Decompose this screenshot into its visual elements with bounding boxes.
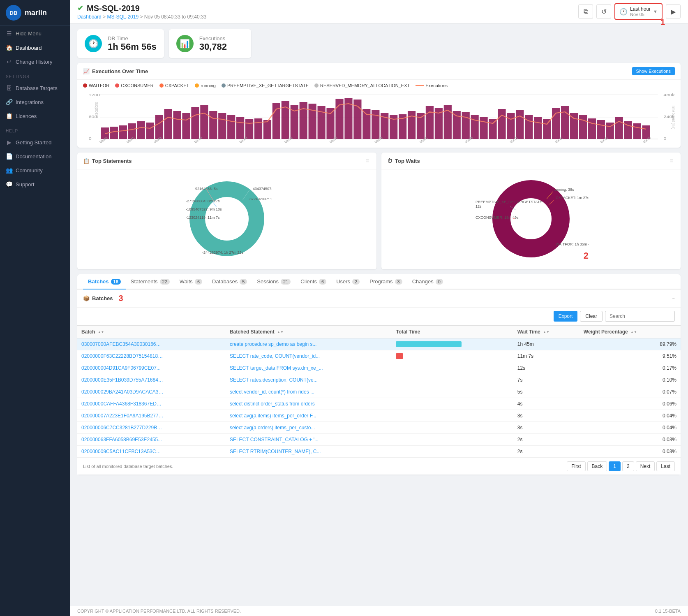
- statement-link[interactable]: SELECT CONSTRAINT_CATALOG + '...: [230, 437, 328, 442]
- statement-link[interactable]: select vendor_id, count(*) from rides ..…: [230, 389, 328, 395]
- last-page-button[interactable]: Last: [656, 461, 675, 471]
- top-waits-content: running: 38s CXPACKET: 1m 27s PREEMPTIVE…: [381, 169, 681, 269]
- chevron-down-icon: ▼: [653, 9, 658, 14]
- batch-id-cell: 020000009C5AC11CFBC13A53CF76...: [77, 446, 226, 458]
- legend-cxpacket: CXPACKET: [159, 83, 189, 88]
- statement-link[interactable]: select distinct order_status from orders: [230, 401, 328, 407]
- legend-cxconsumer: CXCONSUMER: [115, 83, 153, 88]
- page-1-button[interactable]: 1: [609, 461, 621, 471]
- svg-rect-31: [282, 101, 289, 139]
- batch-sort-icon[interactable]: ▲▼: [98, 331, 104, 334]
- batch-link[interactable]: 02000000CAFFA4368F318367ED1DA...: [81, 401, 164, 407]
- statement-sort-icon[interactable]: ▲▼: [277, 331, 284, 334]
- top-statements-header: 📋 Top Statements ≡: [77, 153, 376, 169]
- statement-link[interactable]: SELECT target_data FROM sys.dm_xe_...: [230, 365, 328, 371]
- db-marlin-logo: DB: [6, 5, 21, 21]
- tab-changes[interactable]: Changes 0: [407, 274, 448, 289]
- tab-sessions[interactable]: Sessions 21: [252, 274, 296, 289]
- time-label: Last hour: [630, 6, 651, 12]
- sidebar-item-database-targets[interactable]: 🗄 Database Targets: [0, 81, 70, 95]
- table-row[interactable]: 030007000AFEBC354A30030166AC... create p…: [77, 338, 681, 350]
- sidebar-item-integrations[interactable]: 🔗 Integrations: [0, 95, 70, 109]
- first-page-button[interactable]: First: [567, 461, 585, 471]
- hide-menu-button[interactable]: ☰ Hide Menu: [0, 26, 70, 41]
- export-button[interactable]: Export: [554, 311, 578, 322]
- batch-link[interactable]: 020000009C5AC11CFBC13A53CF76...: [81, 449, 164, 454]
- sidebar-item-dashboard[interactable]: 🏠 Dashboard: [0, 41, 70, 55]
- svg-rect-15: [137, 121, 145, 139]
- table-row[interactable]: 020000007A223E1F0A9A195B277FA... select …: [77, 410, 681, 422]
- statement-link[interactable]: SELECT rate_code, COUNT(vendor_id...: [230, 353, 328, 359]
- weight-cell: 0.17%: [579, 362, 681, 374]
- table-row[interactable]: 02000000CAFFA4368F318367ED1DA... select …: [77, 398, 681, 410]
- batch-link[interactable]: 0200000029BA241A03D9ACACA39B...: [81, 389, 164, 395]
- getting-started-icon: ▶: [6, 139, 12, 146]
- tab-programs[interactable]: Programs 3: [365, 274, 407, 289]
- statement-cell: select avg(a.items) items_per_order F...: [226, 410, 392, 422]
- table-note: List of all monitored database target ba…: [83, 464, 173, 469]
- tab-users[interactable]: Users 2: [331, 274, 365, 289]
- table-row[interactable]: 02000000F63C22228BD75154818E2... SELECT …: [77, 350, 681, 362]
- play-button[interactable]: ▶: [666, 4, 681, 19]
- table-row[interactable]: 0200000029BA241A03D9ACACA39B... select v…: [77, 386, 681, 398]
- table-row[interactable]: 02000000E35F1B039D755A716843E... SELECT …: [77, 374, 681, 386]
- tab-batches[interactable]: Batches 18: [83, 274, 126, 289]
- batch-id-cell: 020000006C7CC3281B277D229B1...: [77, 422, 226, 434]
- statement-link[interactable]: SELECT rates.description, COUNT(ve...: [230, 377, 328, 383]
- batch-id-cell: 0200000029BA241A03D9ACACA39B...: [77, 386, 226, 398]
- batches-collapse-icon[interactable]: −: [672, 296, 675, 301]
- logo-area: DB marlin: [0, 0, 70, 26]
- statement-link[interactable]: select avg(a.items) items_per_order F...: [230, 413, 328, 419]
- tab-clients[interactable]: Clients 6: [296, 274, 331, 289]
- back-page-button[interactable]: Back: [587, 461, 607, 471]
- sidebar-item-change-history[interactable]: ↩ Change History: [0, 55, 70, 69]
- wait-sort-icon[interactable]: ▲▼: [543, 331, 549, 334]
- table-row[interactable]: 0200000004D91CA9F06799CE07... SELECT tar…: [77, 362, 681, 374]
- statement-link[interactable]: create procedure sp_demo as begin s...: [230, 341, 328, 347]
- table-row[interactable]: 020000009C5AC11CFBC13A53CF76... SELECT R…: [77, 446, 681, 458]
- batch-link[interactable]: 020000007A223E1F0A9A195B277FA...: [81, 413, 164, 419]
- next-page-button[interactable]: Next: [636, 461, 655, 471]
- sidebar-item-support[interactable]: 💬 Support: [0, 177, 70, 191]
- breadcrumb-dashboard-link[interactable]: Dashboard: [77, 14, 102, 20]
- clear-button[interactable]: Clear: [580, 311, 603, 322]
- sidebar-item-documentation[interactable]: 📄 Documentation: [0, 149, 70, 163]
- statement-cell: SELECT rate_code, COUNT(vendor_id...: [226, 350, 392, 362]
- statement-link[interactable]: select avg(a.orders) items_per_custo...: [230, 425, 328, 431]
- weight-cell: 0.04%: [579, 410, 681, 422]
- time-date: Nov 05: [630, 12, 651, 17]
- svg-rect-60: [543, 119, 551, 139]
- statement-cell: SELECT rates.description, COUNT(ve...: [226, 374, 392, 386]
- waits-menu-icon[interactable]: ≡: [668, 157, 675, 165]
- tab-waits[interactable]: Waits 6: [175, 274, 207, 289]
- refresh-button[interactable]: ↺: [596, 4, 611, 19]
- sidebar-item-community[interactable]: 👥 Community: [0, 163, 70, 177]
- time-range-button[interactable]: 🕐 Last hour Nov 05 ▼ 1: [614, 3, 663, 20]
- tab-statements[interactable]: Statements 22: [126, 274, 175, 289]
- weight-sort-icon[interactable]: ▲▼: [630, 331, 637, 334]
- tab-clients-badge: 6: [319, 279, 326, 285]
- show-executions-button[interactable]: Show Executions: [632, 67, 675, 75]
- statement-link[interactable]: SELECT RTRIM(COUNTER_NAME), C...: [230, 449, 328, 454]
- topbar-right: ⧉ ↺ 🕐 Last hour Nov 05 ▼ 1 ▶: [578, 3, 681, 20]
- sidebar-item-licences[interactable]: 📋 Licences: [0, 109, 70, 123]
- hide-menu-icon: ☰: [6, 30, 12, 37]
- batch-link[interactable]: 0200000004D91CA9F06799CE07...: [81, 365, 164, 371]
- table-row[interactable]: 020000063FFA6058B69E53E2455... SELECT CO…: [77, 434, 681, 446]
- table-row[interactable]: 020000006C7CC3281B277D229B1... select av…: [77, 422, 681, 434]
- wait-time-cell: 12s: [513, 362, 579, 374]
- page-2-button[interactable]: 2: [622, 461, 634, 471]
- sidebar-item-getting-started[interactable]: ▶ Getting Started: [0, 135, 70, 149]
- batch-link[interactable]: 02000000F63C22228BD75154818E2...: [81, 353, 164, 359]
- copy-button[interactable]: ⧉: [578, 4, 593, 19]
- batch-link[interactable]: 030007000AFEBC354A30030166AC...: [81, 341, 164, 347]
- search-input[interactable]: [605, 311, 675, 322]
- batch-link[interactable]: 020000006C7CC3281B277D229B1...: [81, 425, 164, 431]
- breadcrumb-server-link[interactable]: MS-SQL-2019: [107, 14, 139, 20]
- statements-donut-svg: -92164783: 5s -434374507: 7s 372402937: …: [182, 178, 272, 260]
- batch-link[interactable]: 020000063FFA6058B69E53E2455...: [81, 437, 164, 442]
- total-time-cell: [392, 338, 513, 350]
- statements-menu-icon[interactable]: ≡: [364, 157, 371, 165]
- tab-databases[interactable]: Databases 5: [207, 274, 252, 289]
- batch-link[interactable]: 02000000E35F1B039D755A716843E...: [81, 377, 164, 383]
